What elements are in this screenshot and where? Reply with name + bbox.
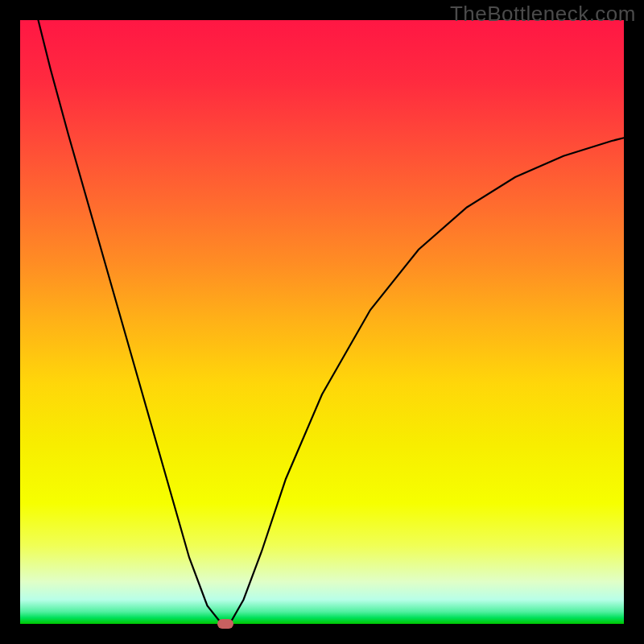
optimal-marker: [217, 619, 233, 629]
bottleneck-curve: [39, 20, 625, 624]
plot-area: [20, 20, 624, 624]
watermark-text: TheBottleneck.com: [450, 2, 636, 27]
chart-frame: TheBottleneck.com: [0, 0, 644, 644]
curve-svg: [20, 20, 624, 624]
